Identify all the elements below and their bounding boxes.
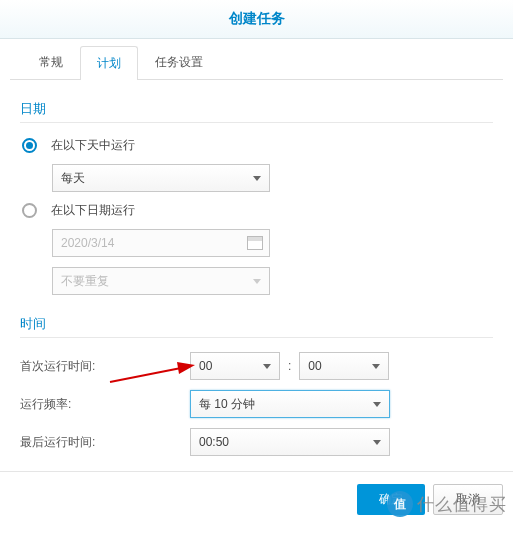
first-min-value: 00: [308, 359, 321, 373]
content-panel: 日期 在以下天中运行 每天 在以下日期运行 2020/3/14 不要重复 时间 …: [0, 80, 513, 495]
tab-task-settings[interactable]: 任务设置: [138, 45, 220, 79]
radio-run-on-date[interactable]: [22, 203, 37, 218]
repeat-value: 不要重复: [61, 273, 109, 290]
radio-run-on-days-label: 在以下天中运行: [51, 137, 135, 154]
chevron-down-icon: [372, 364, 380, 369]
frequency-label: 运行频率:: [20, 396, 190, 413]
chevron-down-icon: [373, 402, 381, 407]
first-run-row: 首次运行时间: 00 : 00: [20, 352, 493, 380]
frequency-value: 每 10 分钟: [199, 396, 255, 413]
first-hour-value: 00: [199, 359, 212, 373]
dialog-title: 创建任务: [229, 10, 285, 26]
section-time-title: 时间: [20, 305, 493, 338]
last-run-label: 最后运行时间:: [20, 434, 190, 451]
dialog-footer: 确定 取消: [0, 471, 513, 533]
radio-run-on-days[interactable]: [22, 138, 37, 153]
day-select-value: 每天: [61, 170, 85, 187]
date-value: 2020/3/14: [61, 236, 114, 250]
frequency-select[interactable]: 每 10 分钟: [190, 390, 390, 418]
chevron-down-icon: [263, 364, 271, 369]
ok-button[interactable]: 确定: [357, 484, 425, 515]
tabs-bar: 常规 计划 任务设置: [10, 39, 503, 80]
last-run-select[interactable]: 00:50: [190, 428, 390, 456]
section-date-title: 日期: [20, 90, 493, 123]
day-select[interactable]: 每天: [52, 164, 270, 192]
last-run-value: 00:50: [199, 435, 229, 449]
radio-dot-icon: [26, 142, 33, 149]
chevron-down-icon: [373, 440, 381, 445]
repeat-select[interactable]: 不要重复: [52, 267, 270, 295]
chevron-down-icon: [253, 279, 261, 284]
date-picker[interactable]: 2020/3/14: [52, 229, 270, 257]
frequency-row: 运行频率: 每 10 分钟: [20, 390, 493, 418]
last-run-row: 最后运行时间: 00:50: [20, 428, 493, 456]
dialog-header: 创建任务: [0, 0, 513, 39]
tab-schedule[interactable]: 计划: [80, 46, 138, 80]
first-min-select[interactable]: 00: [299, 352, 389, 380]
radio-run-on-date-row: 在以下日期运行: [20, 202, 493, 219]
time-colon: :: [288, 359, 291, 373]
chevron-down-icon: [253, 176, 261, 181]
first-hour-select[interactable]: 00: [190, 352, 280, 380]
cancel-button[interactable]: 取消: [433, 484, 503, 515]
radio-run-on-days-row: 在以下天中运行: [20, 137, 493, 154]
radio-run-on-date-label: 在以下日期运行: [51, 202, 135, 219]
tab-general[interactable]: 常规: [22, 45, 80, 79]
calendar-icon: [247, 236, 263, 250]
first-run-label: 首次运行时间:: [20, 358, 190, 375]
